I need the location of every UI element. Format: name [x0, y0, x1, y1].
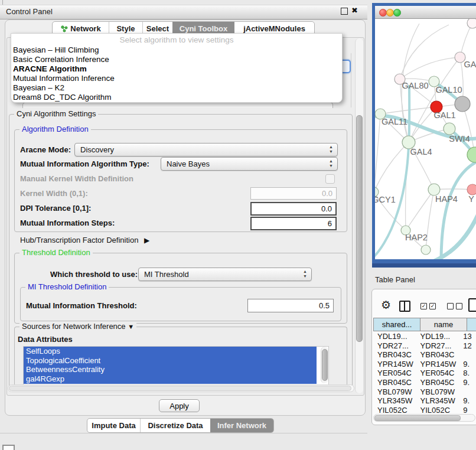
vertical-scrollbar[interactable]	[355, 38, 363, 393]
node-label: GAL80	[402, 81, 428, 90]
window-edge-tick	[2, 0, 3, 5]
horizontal-scrollbar[interactable]	[8, 384, 354, 392]
table-row[interactable]: YBR045CYBR045C9.	[373, 378, 476, 387]
table-row[interactable]: YBL079WYBL079W	[373, 387, 476, 397]
bottom-tab-bar: Impute Data Discretize Data Infer Networ…	[87, 418, 274, 433]
table-row[interactable]: YDR27...YDR27...12	[373, 341, 476, 351]
checked-checkbox-icon[interactable]: ✓	[420, 303, 427, 309]
algorithm-option[interactable]: Mutual Information Inference	[11, 74, 342, 83]
network-node-node[interactable]	[467, 184, 476, 195]
manual-kernel-width-label: Manual Kernel Width Definition	[20, 174, 133, 183]
attributes-scrollbar-thumb[interactable]	[322, 349, 328, 381]
algorithm-option[interactable]: Bayesian – K2	[11, 83, 342, 93]
tab-discretize-data[interactable]: Discretize Data	[140, 419, 210, 432]
group-title: MI Threshold Definition	[25, 282, 109, 291]
hidden-combobox-top	[22, 102, 333, 108]
network-node-swi4[interactable]	[444, 123, 455, 135]
float-window-icon[interactable]	[341, 8, 348, 15]
unchecked-checkbox-icon[interactable]	[456, 303, 462, 309]
tab-label: Impute Data	[92, 421, 135, 430]
column-header[interactable]	[467, 318, 476, 331]
table-cell: YLR345W	[373, 396, 416, 406]
table-body: YDL19...YDL19...13YDR27...YDR27...12YBR0…	[373, 332, 476, 413]
table-cell: YDL19...	[373, 332, 416, 341]
attribute-list-item[interactable]: TopologicalCoefficient	[24, 356, 317, 366]
table-cell: YBL079W	[373, 387, 416, 397]
attributes-scrollbar[interactable]	[321, 347, 328, 383]
split-columns-icon[interactable]	[399, 301, 410, 312]
table-cell: YDL19...	[416, 332, 459, 341]
close-icon[interactable]: ✖	[351, 6, 358, 15]
tab-label: Discretize Data	[148, 421, 203, 430]
combobox-value: Naive Bayes	[161, 159, 210, 168]
attribute-list-item[interactable]: SelfLoops	[24, 347, 317, 356]
table-row[interactable]: YIL052CYIL052C9	[373, 406, 476, 413]
network-window-titlebar[interactable]	[375, 6, 476, 19]
table-cell: YBL079W	[416, 387, 459, 397]
node-label: GAL4	[410, 147, 432, 156]
table-cell	[459, 350, 476, 360]
table-row[interactable]: YLR345WYLR345W9.	[373, 396, 476, 406]
manual-kernel-width-checkbox[interactable]	[325, 174, 335, 184]
aracne-mode-combobox[interactable]: Discovery ▲▼	[74, 143, 338, 156]
mi-algorithm-type-combobox[interactable]: Naive Bayes ▲▼	[161, 157, 338, 171]
network-node-node[interactable]	[455, 96, 470, 112]
zoom-traffic-light-icon[interactable]	[393, 9, 401, 17]
column-header[interactable]: name	[420, 318, 467, 331]
table-cell: 9	[459, 406, 476, 413]
column-header[interactable]: shared...	[373, 318, 420, 331]
network-canvas[interactable]: GAL10GAL1GAL11SWI4GAL4GCY1HAP4YHAP2GAL80…	[375, 19, 476, 259]
chevron-down-icon[interactable]: ▼	[128, 323, 134, 330]
table-row[interactable]: YPR145WYPR145W9.	[373, 360, 476, 369]
control-panel-titlebar	[0, 5, 367, 19]
data-attributes-list[interactable]: SelfLoopsTopologicalCoefficientBetweenne…	[23, 346, 329, 385]
table-cell: YBR043C	[416, 350, 459, 360]
spinner-arrows-icon: ▲▼	[303, 269, 307, 279]
table-cell: YPR145W	[373, 360, 416, 369]
hub-definition-toggle[interactable]: Hub/Transcription Factor Definition ▶	[20, 236, 149, 244]
tab-infer-network[interactable]: Infer Network	[210, 419, 273, 432]
gear-icon[interactable]: ⚙	[381, 298, 391, 312]
tab-label: jActiveMNodules	[243, 24, 305, 33]
network-node-hap4[interactable]	[428, 184, 440, 195]
table-horizontal-scrollbar-thumb[interactable]	[374, 415, 461, 421]
dpi-tolerance-field[interactable]: 0.0	[250, 202, 337, 216]
tab-impute-data[interactable]: Impute Data	[87, 419, 140, 432]
algorithm-option[interactable]: Bayesian – Hill Climbing	[11, 45, 342, 55]
combobox-value: Discovery	[75, 145, 114, 154]
algorithm-option[interactable]: Dream8 DC_TDC Algorithm	[11, 93, 342, 102]
node-label: SWI4	[449, 134, 470, 144]
group-title: Cyni Algorithm Settings	[14, 109, 98, 118]
vertical-scrollbar-thumb[interactable]	[356, 115, 363, 342]
apply-button[interactable]: Apply	[159, 399, 200, 412]
table-cell: 13	[459, 332, 476, 341]
attribute-list-item[interactable]: gal4RGexp	[24, 374, 317, 384]
table-row[interactable]: YDL19...YDL19...13	[373, 332, 476, 341]
node-label: HAP2	[405, 233, 428, 242]
algorithm-option[interactable]: Basic Correlation Inference	[11, 55, 342, 64]
checked-checkbox-icon[interactable]: ✓	[429, 303, 436, 309]
table-row[interactable]: YER054CYER054C8.	[373, 369, 476, 378]
table-panel-title: Table Panel	[375, 275, 415, 284]
attribute-list-item[interactable]: BetweennessCentrality	[24, 365, 317, 374]
unchecked-checkbox-icon[interactable]	[447, 303, 454, 309]
document-icon[interactable]	[468, 298, 476, 312]
dpi-tolerance-label: DPI Tolerance [0,1]:	[20, 204, 91, 213]
mi-steps-field[interactable]: 6	[250, 217, 337, 230]
control-panel-title: Control Panel	[6, 7, 53, 16]
mi-threshold-field[interactable]: 0.5	[247, 299, 334, 312]
which-threshold-combobox[interactable]: MI Threshold ▲▼	[138, 268, 312, 281]
table-row[interactable]: YBR043CYBR043C	[373, 350, 476, 360]
table-cell: 8.	[459, 369, 476, 378]
network-node-node[interactable]	[421, 245, 431, 255]
network-graph: GAL10GAL1GAL11SWI4GAL4GCY1HAP4YHAP2GAL80…	[375, 19, 476, 259]
table-header: shared...name	[373, 318, 476, 331]
node-label: GCY1	[375, 195, 396, 204]
mi-threshold-label: Mutual Information Threshold:	[26, 301, 137, 310]
tab-label: Infer Network	[217, 421, 266, 430]
table-cell: YIL052C	[373, 406, 416, 413]
algorithm-option[interactable]: ARACNE Algorithm	[11, 64, 342, 74]
network-node-node[interactable]	[467, 19, 476, 28]
horizontal-scrollbar-thumb[interactable]	[9, 386, 351, 391]
kernel-width-field: 0.0	[250, 187, 337, 200]
